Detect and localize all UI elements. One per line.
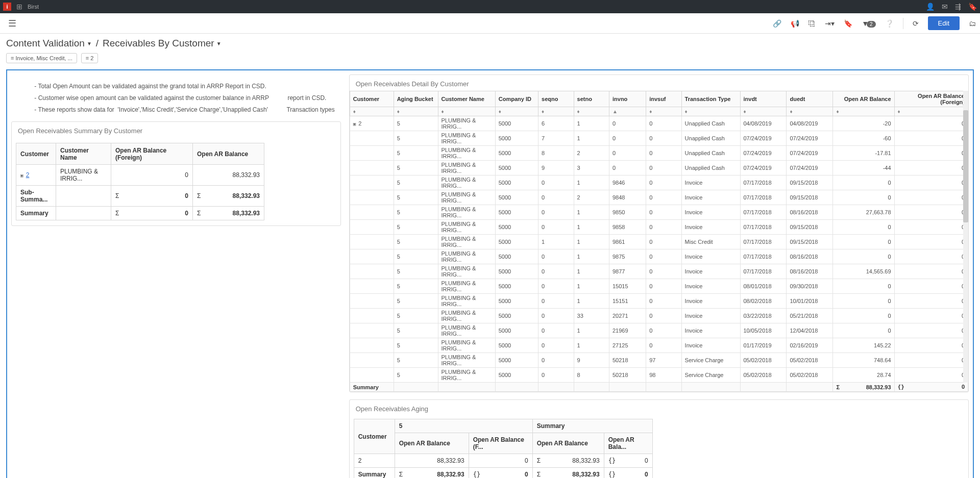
cell-type: Invoice (681, 190, 740, 205)
dcol-invsuf[interactable]: invsuf (646, 91, 681, 107)
acol-fbalS[interactable]: Open AR Bala... (604, 433, 652, 454)
sort-type[interactable]: ♦ (681, 107, 740, 116)
sort-inv-asc[interactable]: ▲ (609, 107, 646, 116)
cell-duedt: 10/01/2018 (787, 294, 833, 309)
cell-cust (350, 235, 394, 249)
cell-set: 2 (574, 190, 609, 205)
detail-scrollbar[interactable] (963, 91, 968, 383)
help-icon[interactable]: ❔ (885, 19, 894, 28)
sort-cust[interactable]: ♦ (350, 107, 394, 116)
sort-aging[interactable]: ♦ (394, 107, 438, 116)
sort-seq[interactable]: ♦ (538, 107, 574, 116)
cell-invdt: 07/17/2018 (740, 205, 787, 220)
cell-duedt: 02/16/2019 (787, 338, 833, 353)
acol-group-5[interactable]: 5 (395, 419, 532, 433)
announce-icon[interactable]: 📢 (791, 19, 799, 28)
cell-cust: ▣ 2 (350, 116, 394, 131)
cell-fbal: 0 (894, 131, 968, 146)
sort-fbal[interactable]: ♦ (894, 107, 968, 116)
cell-cust (350, 131, 394, 146)
dcol-type[interactable]: Transaction Type (681, 91, 740, 107)
link-icon[interactable]: 🔗 (773, 19, 781, 28)
hamburger-menu-icon[interactable]: ☰ (4, 16, 20, 31)
breadcrumb-item-2[interactable]: Receivables By Customer ▼ (103, 38, 222, 49)
bookmark-toolbar-icon[interactable]: 🔖 (844, 19, 852, 28)
acol-balS[interactable]: Open AR Balance (532, 433, 604, 454)
dcol-company[interactable]: Company ID (495, 91, 538, 107)
dcol-invdt[interactable]: invdt (740, 91, 787, 107)
col-balance[interactable]: Open AR Balance (193, 143, 264, 165)
sort-set[interactable]: ♦ (574, 107, 609, 116)
cell-duedt: 09/15/2018 (787, 220, 833, 235)
toolbar-divider (903, 18, 903, 29)
dcol-seqno[interactable]: seqno (538, 91, 574, 107)
copy-icon[interactable]: ⿻ (808, 19, 816, 28)
cell-fbal: 0 (111, 165, 193, 186)
curly-icon: {} (608, 457, 616, 464)
cell-suf: 0 (646, 161, 681, 175)
dcol-fbalance[interactable]: Open AR Balance (Foreign) (894, 91, 968, 107)
summary-panel: Open Receivables Summary By Customer Cus… (11, 121, 341, 226)
dcol-cname[interactable]: Customer Name (438, 91, 495, 107)
cell-cname: PLUMBING & IRRIG... (438, 131, 495, 146)
user-icon[interactable]: 👤 (926, 3, 935, 11)
detail-row: 5PLUMBING & IRRIG...50000198500Invoice07… (350, 205, 968, 220)
scrollbar-thumb[interactable] (963, 110, 968, 222)
bookmark-icon[interactable]: 🔖 (968, 3, 977, 11)
filter-chip-2[interactable]: = 2 (81, 53, 99, 63)
cell-comp: 5000 (495, 235, 538, 249)
cell-cname: PLUMBING & IRRIG... (438, 368, 495, 383)
cell-bal: 0 (833, 235, 894, 249)
sort-suf[interactable]: ♦ (646, 107, 681, 116)
mail-icon[interactable]: ✉ (942, 3, 948, 11)
dcol-customer[interactable]: Customer (350, 91, 394, 107)
files-icon[interactable]: 🗂 (969, 19, 976, 28)
dcol-duedt[interactable]: duedt (787, 91, 833, 107)
apps-grid-icon[interactable]: ⊞ (16, 3, 22, 11)
dcol-setno[interactable]: setno (574, 91, 609, 107)
chevron-down-icon: ▼ (87, 41, 92, 46)
col-customer-name[interactable]: Customer Name (56, 143, 111, 165)
share-icon[interactable]: ⇶ (955, 3, 961, 11)
cell-invdt: 05/02/2018 (740, 368, 787, 383)
breadcrumb-item-1[interactable]: Content Validation ▼ (6, 38, 92, 49)
infor-logo-icon[interactable]: i (3, 3, 11, 11)
expand-toggle-icon[interactable]: ▣ (353, 121, 356, 127)
col-foreign-balance[interactable]: Open AR Balance (Foreign) (111, 143, 193, 165)
col-customer[interactable]: Customer (16, 143, 56, 165)
acol-customer[interactable]: Customer (354, 419, 395, 454)
sigma-icon: Σ (197, 210, 201, 217)
cell-cust (350, 368, 394, 383)
sort-invdt[interactable]: ♦ (740, 107, 787, 116)
detail-summary-fbal: 0 (962, 384, 965, 390)
filter-chip-1[interactable]: = Invoice, Misc Credit, ... (6, 53, 77, 63)
acol-fbal5[interactable]: Open AR Balance (F... (469, 433, 532, 454)
cell-bal: -20 (833, 116, 894, 131)
cell-duedt: 05/21/2018 (787, 309, 833, 323)
cell-comp: 5000 (495, 294, 538, 309)
filter-icon-wrap[interactable]: ▼2 (862, 19, 875, 28)
dcol-aging[interactable]: Aging Bucket (394, 91, 438, 107)
cell-type: Invoice (681, 205, 740, 220)
dcol-balance[interactable]: Open AR Balance (833, 91, 894, 107)
cell-seq: 0 (538, 175, 574, 190)
customer-link[interactable]: 2 (26, 171, 30, 179)
cell-cname: PLUMBING & IRRIG... (438, 116, 495, 131)
sort-comp[interactable]: ♦ (495, 107, 538, 116)
acol-bal5[interactable]: Open AR Balance (395, 433, 469, 454)
edit-button[interactable]: Edit (928, 16, 960, 30)
sort-bal[interactable]: ♦ (833, 107, 894, 116)
cell-comp: 5000 (495, 353, 538, 368)
cell-bal: 0 (833, 175, 894, 190)
acol-group-summary[interactable]: Summary (532, 419, 652, 433)
refresh-icon[interactable]: ⟳ (913, 19, 919, 28)
sort-cname[interactable]: ♦ (438, 107, 495, 116)
cell-cust (350, 161, 394, 175)
cell-bal: 0 (833, 323, 894, 338)
dcol-invno[interactable]: invno (609, 91, 646, 107)
sort-duedt[interactable]: ♦ (787, 107, 833, 116)
cell-comp: 5000 (495, 338, 538, 353)
export-icon[interactable]: ⇥▾ (825, 19, 835, 28)
expand-toggle-icon[interactable]: ▣ (20, 173, 23, 178)
cell-seq: 1 (538, 235, 574, 249)
